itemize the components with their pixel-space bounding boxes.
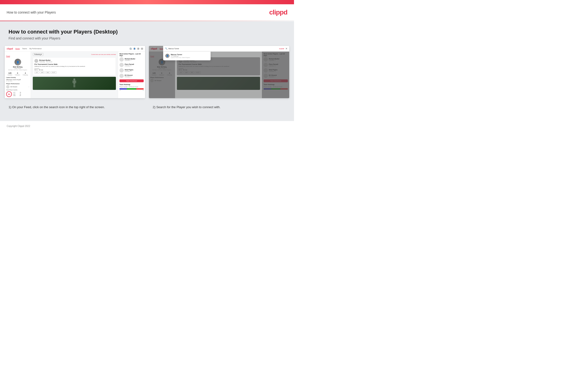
ott-bar-row: OTT 79 <box>13 92 21 93</box>
tag-row: OTT APP ARG PUTT <box>35 71 114 74</box>
score-circle: 84 <box>6 91 12 97</box>
quality-row: 84 OTT 79 APP <box>6 91 29 97</box>
app-nav-1: clippd Home Teams My Performance 🔍 👤 ⚙ ● <box>5 46 145 52</box>
logo: clippd <box>269 9 287 16</box>
player-list-item-3: Hiral Pujara Activities: 3 <box>119 68 144 73</box>
tag-arg: ARG <box>45 71 50 74</box>
settings-icon[interactable]: ⚙ <box>137 47 139 50</box>
most-active-title: Most Active Players - Last 30 days <box>119 53 144 56</box>
arg-tag: ARG <box>13 95 17 96</box>
user-icon[interactable]: 👤 <box>133 47 136 50</box>
following-label: Following <box>23 74 28 76</box>
profile-avatar: 👤 <box>15 59 21 65</box>
nav-home[interactable]: Home <box>16 48 20 50</box>
hero-section: How to connect with your Players (Deskto… <box>5 29 289 46</box>
screenshot-1-col: clippd Home Teams My Performance 🔍 👤 ⚙ ● <box>5 46 145 98</box>
right-panel-1: Most Active Players - Last 30 days Richa… <box>118 52 145 98</box>
screenshots-row: clippd Home Teams My Performance 🔍 👤 ⚙ ● <box>5 46 289 98</box>
team-heatmap-title: Team Heatmap <box>119 84 144 85</box>
caption-row: 1) On your Feed, click on the search ico… <box>5 103 289 111</box>
stat-bars: OTT 79 APP 70 <box>13 92 21 97</box>
pli-name-1: Richard Butler <box>125 58 135 60</box>
latest-activity-date: 27 Jul 2022 <box>6 80 29 82</box>
act-duration-row: Duration 02 hr : 00 min <box>35 68 114 71</box>
svg-rect-5 <box>74 84 75 87</box>
pli-avatar-1 <box>119 57 124 62</box>
pp-name: Eli Vincent <box>10 86 17 87</box>
activity-user-row: Richard Butler Yesterday · The Grove <box>35 59 114 63</box>
activities-stat: 129 Activities <box>8 72 12 76</box>
feed-tab[interactable]: Feed <box>6 55 10 57</box>
search-icon[interactable]: 🔍 <box>129 47 132 50</box>
footer: Copyright Clippd 2022 <box>0 121 294 131</box>
header: How to connect with your Players clippd <box>0 4 294 21</box>
app-logo-1: clippd <box>7 47 13 50</box>
pli-name-2: Piers Parnell <box>125 64 134 65</box>
pli-name-3: Hiral Pujara <box>125 69 133 71</box>
profile-club: Mill Ride Golf Club, United Kingdom <box>8 69 27 71</box>
pli-name-4: Eli Vincent <box>125 74 132 76</box>
golfer-image <box>33 77 116 90</box>
close-icon[interactable]: ✕ <box>285 47 287 50</box>
caption-1: 1) On your Feed, click on the search ico… <box>5 103 145 111</box>
pp-chevron-icon[interactable]: › <box>28 86 29 88</box>
search-input-val[interactable]: Marcus Turner <box>168 48 279 49</box>
screenshot-2-box: clippd Home Teams My Performance Feed 👤 … <box>149 46 289 98</box>
nav-my-performance[interactable]: My Performance <box>29 48 42 49</box>
search-result-item[interactable]: 👤 Marcus Turner 1.5 Handicap Cypress Poi… <box>164 53 210 59</box>
act-date: Yesterday · The Grove <box>39 61 52 63</box>
following-count: 4 <box>23 72 28 74</box>
following-button[interactable]: Following ▾ <box>33 53 44 56</box>
heatmap-labels: -5 +5 <box>119 90 144 91</box>
heatmap-sub: Player Quality · 20 Round Trend <box>119 86 144 87</box>
player-perf-row: Eli Vincent › <box>6 85 29 88</box>
pli-info-1: Richard Butler Activities: 7 <box>125 58 135 61</box>
clear-button[interactable]: CLEAR <box>279 48 284 49</box>
pli-acts-3: Activities: 3 <box>125 71 133 72</box>
hm-label-left: -5 <box>119 90 120 91</box>
ott-num: 79 <box>18 92 21 93</box>
search-result-name: Marcus Turner <box>171 54 190 55</box>
following-stat: 4 Following <box>23 72 28 76</box>
caption-text-2: 2) Search for the Player you wish to con… <box>153 105 285 110</box>
search-result-info: Marcus Turner 1.5 Handicap Cypress Point… <box>171 54 190 58</box>
search-result-club: Cypress Point Club, United Kingdom <box>171 57 190 58</box>
player-list-item-2: Piers Parnell Activities: 4 <box>119 63 144 67</box>
following-row: Following ▾ Control who can see your act… <box>33 53 116 56</box>
tag-putt: PUTT <box>51 71 57 74</box>
activities-label: Activities <box>8 74 12 76</box>
team-dashboard-button[interactable]: Team Dashboard <box>119 79 144 82</box>
caption-text-1: 1) On your Feed, click on the search ico… <box>9 105 141 110</box>
profile-stats: 129 Activities 3 Followers 4 Following <box>6 72 29 76</box>
profile-name: Blair McHarg <box>13 66 22 68</box>
top-bar <box>0 0 294 4</box>
screenshot-2-col: clippd Home Teams My Performance Feed 👤 … <box>149 46 289 98</box>
avatar-icon[interactable]: ● <box>141 47 143 50</box>
hm-label-right: +5 <box>142 90 144 91</box>
app-num: 70 <box>18 94 21 95</box>
app-ui-1: clippd Home Teams My Performance 🔍 👤 ⚙ ● <box>5 46 145 98</box>
activities-count: 129 <box>8 72 12 74</box>
arg-bar-row: ARG 64 <box>13 95 21 96</box>
pli-avatar-4 <box>119 74 124 78</box>
control-link[interactable]: Control who can see your activity and da… <box>91 54 116 55</box>
followers-stat: 3 Followers <box>15 72 20 76</box>
caption-2: 2) Search for the Player you wish to con… <box>149 103 289 111</box>
search-bar-overlay: 🔍 Marcus Turner CLEAR ✕ <box>163 46 289 52</box>
pli-info-3: Hiral Pujara Activities: 3 <box>125 69 133 72</box>
main-content: How to connect with your Players (Deskto… <box>0 21 294 121</box>
svg-rect-4 <box>73 84 74 87</box>
hero-title: How to connect with your Players (Deskto… <box>9 29 289 35</box>
svg-rect-3 <box>75 80 76 83</box>
pli-avatar-2 <box>119 63 124 67</box>
tag-ott: OTT <box>35 71 39 74</box>
nav-teams[interactable]: Teams <box>22 48 27 49</box>
search-icon-overlay: 🔍 <box>165 47 167 50</box>
golfer-silhouette-icon <box>70 78 79 90</box>
act-avatar <box>35 59 38 63</box>
hero-subtitle: Find and connect with your Players <box>9 36 289 40</box>
quality-label: Total Player Quality <box>6 89 29 91</box>
player-list-item-1: Richard Butler Activities: 7 <box>119 57 144 62</box>
svg-rect-2 <box>72 80 73 83</box>
pli-acts-4: Activities: 1 <box>125 76 132 77</box>
